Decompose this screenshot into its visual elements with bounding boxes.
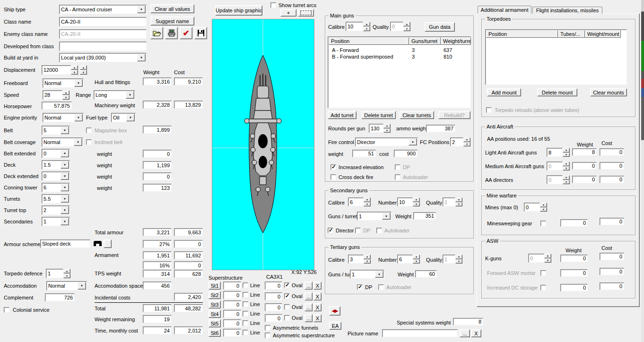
aa-directors-input[interactable]: 0: [547, 175, 563, 184]
turret-row-a-weight[interactable]: 637: [444, 47, 452, 53]
show-turret-arcs-checkbox[interactable]: [270, 2, 276, 8]
selection-tool-button[interactable]: [298, 9, 314, 17]
open-file-button[interactable]: [150, 27, 163, 39]
main-guns-col-guns-per-turret[interactable]: Guns/turret: [409, 37, 441, 45]
main-guns-col-position[interactable]: Position: [329, 37, 409, 45]
turrets-select[interactable]: 5.5▼: [42, 194, 70, 204]
fc-positions-spinner[interactable]: ▲▼: [463, 137, 470, 146]
chevron-down-icon[interactable]: ▼: [74, 114, 83, 121]
funnel4-value[interactable]: 0: [265, 314, 282, 322]
chevron-down-icon[interactable]: ▼: [61, 218, 69, 225]
funnel3-delete-button[interactable]: X: [313, 303, 322, 311]
turret-row-a-guns[interactable]: 3: [412, 47, 415, 53]
main-guns-col-weight-per-turret[interactable]: Weight/turret: [441, 37, 471, 45]
turret-row-b-weight[interactable]: 810: [444, 53, 452, 60]
displacement-spinner-coarse[interactable]: ▲▼: [71, 65, 78, 75]
chevron-down-icon[interactable]: ▼: [137, 54, 146, 61]
ship-graphic-canvas[interactable]: [212, 19, 314, 270]
delete-turret-button[interactable]: Delete turret: [361, 111, 396, 119]
displacement-spinner-fine[interactable]: ▲▼: [80, 65, 87, 75]
zoom-in-button[interactable]: +: [280, 9, 296, 17]
speed-input[interactable]: 28: [43, 90, 62, 100]
belt-extended-select[interactable]: 0▼: [42, 149, 70, 158]
deck-select[interactable]: 1.5▼: [42, 160, 70, 170]
st5-button[interactable]: St5: [209, 319, 221, 327]
light-aa-guns-input[interactable]: 8: [547, 148, 563, 157]
chevron-down-icon[interactable]: ▼: [382, 213, 391, 220]
chevron-down-icon[interactable]: ▼: [375, 271, 383, 278]
chevron-down-icon[interactable]: ▼: [61, 172, 69, 180]
add-mount-button[interactable]: Add mount: [487, 88, 521, 96]
rounds-per-gun-input[interactable]: 130: [369, 124, 383, 133]
funnel2-delete-button[interactable]: X: [313, 292, 322, 300]
torpedoes-col-weight[interactable]: Weight/mount: [585, 30, 621, 38]
st1-line-checkbox[interactable]: [243, 282, 248, 288]
st2-value[interactable]: 0: [223, 291, 241, 299]
chevron-down-icon[interactable]: ▼: [78, 282, 86, 290]
deck-extended-select[interactable]: 0▼: [42, 171, 70, 181]
chevron-down-icon[interactable]: ▼: [61, 150, 69, 157]
st1-value[interactable]: 0: [223, 282, 241, 290]
conning-tower-select[interactable]: 6▼: [42, 183, 70, 192]
aa-directors-spinner[interactable]: ▲▼: [563, 175, 570, 184]
ship-type-select[interactable]: CA - Armoured cruiser ▼: [59, 5, 147, 14]
turret-top-select[interactable]: 2▼: [42, 205, 70, 215]
add-turret-button[interactable]: Add turret: [328, 111, 357, 119]
asymmetric-superstructure-checkbox[interactable]: [265, 333, 270, 338]
k-guns-input[interactable]: 0: [528, 254, 544, 263]
main-guns-table[interactable]: Position Guns/turret Weight/turret A - F…: [328, 36, 471, 108]
funnel4-browse-button[interactable]: ...: [305, 314, 313, 322]
belt-coverage-select[interactable]: Normal▼: [42, 137, 83, 147]
picture-name-input[interactable]: [382, 329, 458, 337]
funnel1-oval-checkbox[interactable]: [284, 282, 290, 288]
ea-button[interactable]: EA: [329, 322, 341, 330]
chevron-down-icon[interactable]: ▼: [61, 161, 69, 169]
chevron-down-icon[interactable]: ▼: [61, 127, 69, 134]
main-calibre-input[interactable]: 10: [346, 22, 363, 31]
secondary-director-checkbox[interactable]: [328, 228, 333, 233]
tertiary-dp-checkbox[interactable]: [357, 284, 363, 290]
increased-elevation-checkbox[interactable]: [331, 164, 336, 170]
funnel1-browse-button[interactable]: ...: [305, 282, 313, 290]
medium-aa-guns-spinner[interactable]: ▲▼: [563, 162, 570, 171]
build-at-yard-select[interactable]: Local yard (39,000) ▼: [59, 53, 147, 62]
tertiary-number-input[interactable]: 6: [397, 255, 413, 264]
st4-button[interactable]: St4: [209, 310, 221, 318]
chevron-down-icon[interactable]: ▼: [126, 114, 135, 121]
fuel-type-select[interactable]: Oil▼: [111, 113, 136, 122]
secondary-calibre-spinner[interactable]: ▲▼: [364, 197, 371, 206]
st2-button[interactable]: St2: [209, 291, 221, 299]
tertiary-guns-per-turret-select[interactable]: 1▼: [350, 270, 384, 279]
turret-row-b-guns[interactable]: 3: [412, 53, 415, 60]
chevron-down-icon[interactable]: ▼: [74, 138, 82, 146]
torpedoes-col-tubes[interactable]: Tubes/...: [558, 30, 585, 38]
mines-input[interactable]: 0: [524, 203, 540, 212]
tertiary-calibre-input[interactable]: 3: [348, 255, 364, 264]
suggest-name-button[interactable]: Suggest name: [150, 17, 194, 26]
displacement-input[interactable]: 12000: [42, 65, 71, 75]
st6-button[interactable]: St6: [209, 329, 221, 337]
funnel2-value[interactable]: 0: [265, 292, 282, 300]
st1-button[interactable]: St1: [209, 282, 221, 290]
chevron-down-icon[interactable]: ▼: [409, 138, 417, 145]
clear-all-values-button[interactable]: Clear all values: [150, 4, 194, 13]
chevron-down-icon[interactable]: ▼: [61, 195, 69, 203]
funnel4-delete-button[interactable]: X: [313, 314, 322, 322]
secondary-guns-per-turret-select[interactable]: 1▼: [357, 212, 392, 221]
validate-button[interactable]: ✔: [180, 27, 192, 39]
flip-ship-button[interactable]: ◀▶: [329, 306, 340, 316]
chevron-down-icon[interactable]: ▼: [126, 91, 134, 99]
funnel1-value[interactable]: 0: [265, 282, 282, 290]
save-button[interactable]: [194, 27, 207, 39]
torpedo-defence-spinner[interactable]: ▲▼: [63, 269, 70, 278]
funnel4-oval-checkbox[interactable]: [284, 315, 290, 321]
st5-line-checkbox[interactable]: [243, 320, 248, 326]
turret-row-b-position[interactable]: B - Forward superimposed: [332, 53, 393, 60]
fire-control-select[interactable]: Director▼: [355, 137, 418, 146]
secondary-number-input[interactable]: 10: [397, 197, 413, 206]
main-quality-input[interactable]: 0: [390, 22, 403, 31]
turret-row-a-position[interactable]: A - Forward: [332, 47, 359, 53]
funnel2-oval-checkbox[interactable]: [284, 293, 290, 299]
picture-browse-button[interactable]: ...: [460, 329, 470, 337]
light-aa-guns-spinner[interactable]: ▲▼: [563, 148, 570, 157]
